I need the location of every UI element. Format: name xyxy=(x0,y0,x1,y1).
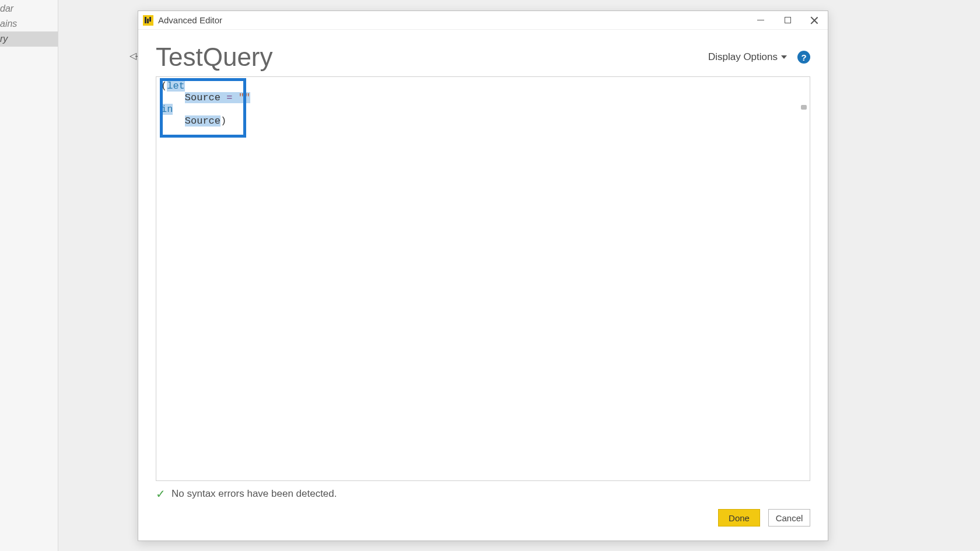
app-icon xyxy=(143,15,153,26)
maximize-icon xyxy=(785,17,791,23)
code-open-paren: ( xyxy=(161,80,167,92)
code-source-ident-1: Source xyxy=(185,92,220,103)
dialog-title: Advanced Editor xyxy=(158,15,222,25)
close-button[interactable] xyxy=(801,11,828,30)
syntax-status-row: ✓ No syntax errors have been detected. xyxy=(138,481,828,506)
cancel-button[interactable]: Cancel xyxy=(768,509,810,527)
sidebar-item-0[interactable]: dar xyxy=(0,1,58,16)
dialog-titlebar[interactable]: Advanced Editor xyxy=(138,11,828,30)
dialog-header: TestQuery Display Options ? xyxy=(138,30,828,76)
minimize-button[interactable] xyxy=(747,11,774,30)
code-let-keyword: let xyxy=(167,80,185,92)
advanced-editor-dialog: Advanced Editor TestQuery Display Option… xyxy=(138,10,828,541)
queries-sidebar: dar ains ry xyxy=(0,0,58,551)
dialog-button-row: Done Cancel xyxy=(138,506,828,541)
code-equals: = xyxy=(220,92,239,103)
close-icon xyxy=(810,16,818,24)
minimize-icon xyxy=(757,20,764,20)
chevron-down-icon xyxy=(781,55,787,59)
display-options-dropdown[interactable]: Display Options xyxy=(708,51,787,63)
code-close-paren: ) xyxy=(220,115,226,127)
display-options-label: Display Options xyxy=(708,51,778,63)
check-icon: ✓ xyxy=(156,487,166,501)
window-controls xyxy=(747,11,828,30)
help-icon[interactable]: ? xyxy=(797,51,810,64)
code-in-keyword: in xyxy=(161,104,173,115)
syntax-status-text: No syntax errors have been detected. xyxy=(172,488,337,500)
code-editor-container: (let Source = "" in Source) xyxy=(156,76,810,481)
done-button[interactable]: Done xyxy=(718,509,760,527)
query-name-title: TestQuery xyxy=(156,43,273,72)
sidebar-item-1[interactable]: ains xyxy=(0,16,58,31)
code-string-literal: "" xyxy=(239,92,250,103)
sidebar-item-2[interactable]: ry xyxy=(0,31,58,47)
scrollbar-thumb[interactable] xyxy=(801,105,807,110)
editor-scrollbar[interactable] xyxy=(800,78,808,479)
maximize-button[interactable] xyxy=(774,11,801,30)
code-source-ident-2: Source xyxy=(185,115,220,127)
code-editor[interactable]: (let Source = "" in Source) xyxy=(156,77,810,480)
